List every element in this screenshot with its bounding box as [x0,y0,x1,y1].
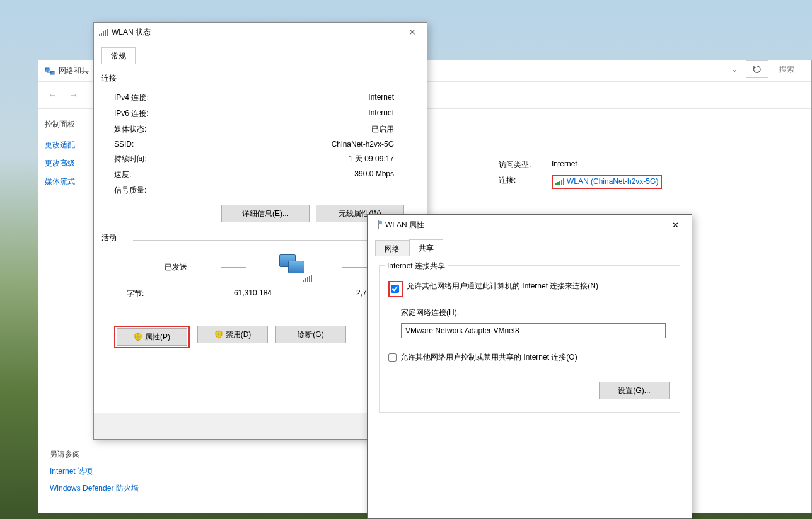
access-type-label: 访问类型: [499,159,536,170]
properties-icon [374,220,383,230]
see-also-header: 另请参阅 [50,449,139,460]
refresh-button[interactable] [746,60,768,78]
duration-label: 持续时间: [114,154,228,164]
svg-rect-2 [378,220,379,229]
properties-label: 属性(P) [145,332,170,343]
nav-back-button[interactable]: ← [45,88,60,103]
access-type-value: Internet [552,159,577,170]
ssid-value: ChinaNet-h2vx-5G [228,140,407,149]
access-info: 访问类型: Internet 连接: WLAN (ChinaNet-h2vx-5… [499,159,662,194]
sidebar-media-streaming[interactable]: 媒体流式 [45,176,89,187]
home-connection-combobox[interactable]: VMware Network Adapter VMnet8 [401,323,666,338]
signal-quality-label: 信号质量: [114,185,228,196]
bytes-label: 字节: [127,288,177,299]
sidebar-change-adapter[interactable]: 更改适配 [45,140,89,151]
duration-value: 1 天 09:09:17 [228,154,407,164]
tab-general[interactable]: 常规 [102,47,136,64]
sent-bytes: 61,310,184 [177,288,272,299]
wlan-properties-dialog: WLAN 属性 ✕ 网络 共享 Internet 连接共享 允许其他网络用户通过… [367,214,692,519]
sidebar-change-advanced[interactable]: 更改高级 [45,158,89,169]
ipv6-value: Internet [228,108,407,119]
tab-network[interactable]: 网络 [375,240,409,256]
status-title: WLAN 状态 [112,27,151,38]
properties-button-highlight: 属性(P) [114,326,190,348]
home-connection-value: VMware Network Adapter VMnet8 [405,326,519,335]
properties-tabs: 网络 共享 [375,239,684,256]
diagnose-button[interactable]: 诊断(G) [276,326,346,343]
allow-others-label[interactable]: 允许其他网络用户通过此计算机的 Internet 连接来连接(N) [407,281,598,292]
network-activity-icon [279,254,308,280]
media-state-label: 媒体状态: [114,124,228,135]
sidebar-control-panel-home[interactable]: 控制面板 [45,119,89,130]
home-connection-label: 家庭网络连接(H): [401,307,671,318]
refresh-icon [753,65,762,74]
disable-button[interactable]: 禁用(D) [197,326,268,343]
details-button[interactable]: 详细信息(E)... [221,205,310,222]
wlan-connection-link[interactable]: WLAN (ChinaNet-h2vx-5G) [555,177,658,186]
see-also-section: 另请参阅 Internet 选项 Windows Defender 防火墙 [50,449,139,500]
disable-label: 禁用(D) [226,329,252,340]
dash-line [342,267,367,268]
dash-line [221,267,246,268]
wifi-signal-icon [99,28,108,36]
allow-others-checkbox[interactable] [391,285,399,293]
ssid-label: SSID: [114,140,228,149]
defender-firewall-link[interactable]: Windows Defender 防火墙 [50,483,139,494]
internet-sharing-group: Internet 连接共享 允许其他网络用户通过此计算机的 Internet 连… [379,265,680,413]
properties-button[interactable]: 属性(P) [117,328,187,346]
nav-forward-button[interactable]: → [66,88,81,103]
allow-control-checkbox[interactable] [388,353,397,362]
search-box[interactable]: 搜索 [775,60,811,78]
address-dropdown[interactable]: ⌄ [726,60,743,78]
settings-button[interactable]: 设置(G)... [599,382,670,399]
properties-title: WLAN 属性 [385,220,424,231]
properties-titlebar[interactable]: WLAN 属性 ✕ [368,215,692,235]
close-button[interactable]: ✕ [665,216,685,234]
svg-rect-0 [45,68,49,71]
ipv4-value: Internet [228,93,407,103]
connection-label: 连接: [499,175,536,189]
divider [133,81,419,81]
sent-label: 已发送 [165,262,187,273]
connection-value: WLAN (ChinaNet-h2vx-5G) [567,177,658,186]
network-center-icon [45,66,55,76]
group-label: Internet 连接共享 [385,261,448,271]
connection-section-label: 连接 [102,73,419,84]
media-state-value: 已启用 [228,124,407,135]
status-tabs: 常规 [102,47,419,64]
close-button[interactable]: ✕ [403,25,422,40]
search-placeholder: 搜索 [779,64,794,75]
shield-icon [214,330,223,339]
window-title: 网络和共 [59,66,89,76]
shield-icon [134,333,142,341]
speed-label: 速度: [114,169,228,180]
ipv6-label: IPv6 连接: [114,108,228,119]
wifi-signal-icon [555,178,564,185]
allow-others-highlight [388,281,403,297]
speed-value: 390.0 Mbps [228,169,407,180]
tab-sharing[interactable]: 共享 [409,239,443,256]
ipv4-label: IPv4 连接: [114,93,228,103]
signal-quality-value [228,185,407,196]
internet-options-link[interactable]: Internet 选项 [50,466,139,477]
connection-link-highlight: WLAN (ChinaNet-h2vx-5G) [552,175,662,189]
status-titlebar[interactable]: WLAN 状态 ✕ [94,23,427,42]
allow-control-label[interactable]: 允许其他网络用户控制或禁用共享的 Internet 连接(O) [400,352,577,363]
